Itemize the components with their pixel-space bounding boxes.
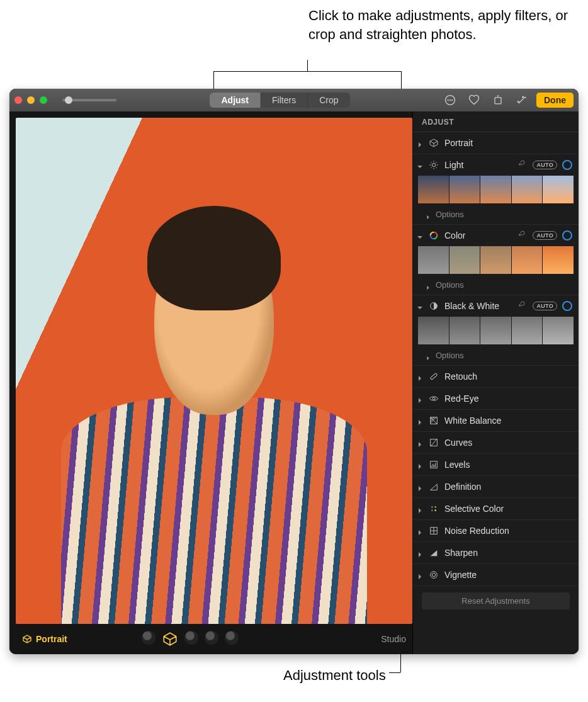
toolbar: Adjust Filters Crop Done — [9, 89, 579, 111]
auto-button[interactable]: AUTO — [533, 302, 557, 310]
chevron-right-icon — [417, 484, 423, 490]
auto-enhance-icon[interactable] — [515, 93, 529, 107]
adjustment-header[interactable]: Retouch — [413, 366, 579, 387]
halfcircle-icon — [428, 300, 439, 312]
preview-thumbnails[interactable] — [413, 246, 579, 278]
lighting-option-contour[interactable] — [184, 631, 198, 645]
more-icon[interactable] — [443, 93, 457, 107]
svg-rect-4 — [495, 98, 501, 104]
adjustment-header[interactable]: Vignette — [413, 564, 579, 586]
eye-icon — [428, 393, 439, 404]
adjustment-definition: Definition — [413, 476, 579, 498]
options-label: Options — [436, 280, 464, 290]
done-button[interactable]: Done — [536, 93, 574, 108]
tab-adjust[interactable]: Adjust — [210, 93, 261, 108]
edit-mode-tabs: Adjust Filters Crop — [210, 93, 349, 108]
undo-icon[interactable] — [517, 160, 528, 170]
lighting-option-stage[interactable] — [205, 631, 218, 645]
preview-thumb[interactable] — [449, 176, 480, 203]
tab-crop[interactable]: Crop — [308, 93, 349, 108]
adjustment-header[interactable]: Levels — [413, 454, 579, 475]
callout-bottom: Adjustment tools — [283, 667, 386, 684]
adjustment-header[interactable]: Noise Reduction — [413, 520, 579, 541]
preview-thumb[interactable] — [418, 246, 449, 274]
toolbar-actions — [443, 93, 529, 107]
callout-connector — [213, 71, 402, 89]
adjustment-header[interactable]: Selective Color — [413, 498, 579, 519]
circles-icon — [428, 569, 439, 580]
chevron-right-icon — [417, 417, 423, 424]
photos-edit-window: Adjust Filters Crop Done — [9, 89, 579, 654]
adjustment-header[interactable]: White Balance — [413, 410, 579, 431]
auto-button[interactable]: AUTO — [533, 231, 557, 240]
options-toggle[interactable]: Options — [413, 207, 579, 224]
svg-point-2 — [449, 100, 450, 101]
svg-point-9 — [433, 397, 435, 400]
window-controls — [14, 96, 47, 104]
enabled-indicator[interactable] — [562, 301, 572, 311]
preview-thumb[interactable] — [512, 246, 543, 274]
preview-thumb[interactable] — [480, 176, 511, 203]
adjustment-vignette: Vignette — [413, 564, 579, 586]
zoom-thumb[interactable] — [65, 96, 72, 104]
chevron-right-icon — [417, 572, 423, 578]
close-button[interactable] — [14, 96, 22, 104]
preview-thumbnails[interactable] — [413, 176, 579, 207]
chevron-down-icon — [417, 232, 423, 239]
auto-button[interactable]: AUTO — [533, 161, 557, 169]
adjustment-white-balance: White Balance — [413, 410, 579, 432]
options-toggle[interactable]: Options — [413, 278, 579, 295]
preview-thumb[interactable] — [543, 246, 574, 274]
chevron-right-icon — [426, 353, 432, 359]
adjustment-header[interactable]: Red-Eye — [413, 388, 579, 409]
preview-thumb[interactable] — [449, 317, 480, 344]
lighting-picker — [142, 631, 239, 647]
svg-point-5 — [432, 163, 435, 166]
adjustment-header[interactable]: LightAUTO — [413, 154, 579, 176]
reset-adjustments-button[interactable]: Reset Adjustments — [422, 592, 570, 609]
adjustment-header[interactable]: ColorAUTO — [413, 225, 579, 246]
adjustment-label: Vignette — [444, 570, 572, 580]
preview-thumb[interactable] — [418, 176, 449, 203]
options-toggle[interactable]: Options — [413, 348, 579, 365]
favorite-icon[interactable] — [467, 93, 481, 107]
tab-filters[interactable]: Filters — [261, 93, 308, 108]
undo-icon[interactable] — [517, 301, 528, 311]
photo-subject — [47, 189, 380, 624]
preview-thumb[interactable] — [543, 176, 574, 203]
portrait-mode-button[interactable]: Portrait — [22, 634, 67, 644]
chevron-right-icon — [417, 528, 423, 534]
adjustment-label: Color — [444, 230, 512, 241]
zoom-slider[interactable] — [62, 99, 116, 101]
preview-thumb[interactable] — [512, 317, 543, 344]
adjustment-noise-reduction: Noise Reduction — [413, 520, 579, 542]
chevron-right-icon — [417, 550, 423, 556]
portrait-label: Portrait — [36, 634, 67, 644]
lighting-option-studio[interactable] — [162, 631, 178, 647]
undo-icon[interactable] — [517, 230, 528, 241]
minimize-button[interactable] — [27, 96, 35, 104]
preview-thumb[interactable] — [543, 317, 574, 344]
preview-thumb[interactable] — [480, 246, 511, 274]
adjustment-black-white: Black & WhiteAUTOOptions — [413, 295, 579, 366]
fullscreen-button[interactable] — [40, 96, 47, 104]
preview-thumb[interactable] — [480, 317, 511, 344]
adjustment-header[interactable]: Sharpen — [413, 542, 579, 563]
adjustment-header[interactable]: Portrait — [413, 132, 579, 154]
svg-point-16 — [434, 509, 436, 511]
preview-thumb[interactable] — [449, 246, 480, 274]
adjustment-header[interactable]: Definition — [413, 476, 579, 497]
chevron-right-icon — [417, 461, 423, 468]
preview-thumb[interactable] — [512, 176, 543, 203]
adjustment-label: Levels — [444, 460, 572, 470]
preview-thumbnails[interactable] — [413, 317, 579, 348]
adjustment-header[interactable]: Black & WhiteAUTO — [413, 295, 579, 317]
lighting-option-natural[interactable] — [142, 631, 155, 645]
cube-icon — [428, 137, 439, 149]
lighting-option-stage-mono[interactable] — [225, 631, 239, 645]
enabled-indicator[interactable] — [562, 230, 572, 241]
preview-thumb[interactable] — [418, 317, 449, 344]
enabled-indicator[interactable] — [562, 160, 572, 170]
rotate-icon[interactable] — [491, 93, 505, 107]
adjustment-header[interactable]: Curves — [413, 432, 579, 453]
